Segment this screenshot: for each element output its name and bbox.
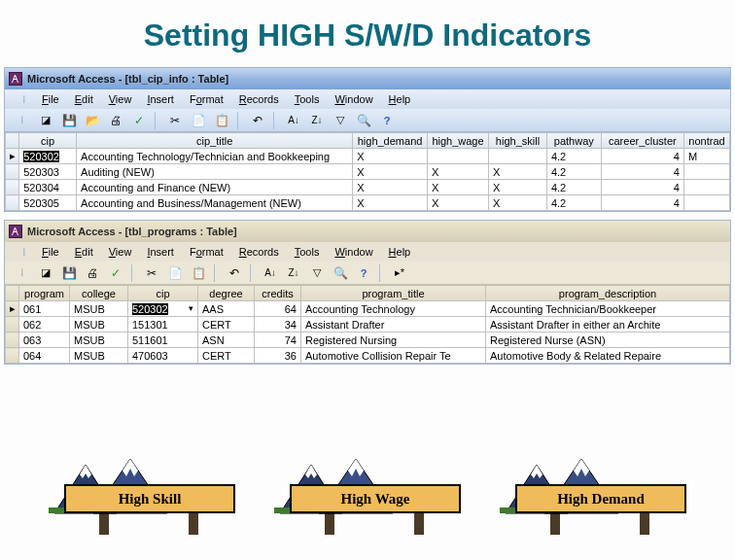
cell-credits[interactable]: 34 — [255, 317, 301, 332]
cell-nt[interactable] — [683, 164, 729, 180]
menu-view[interactable]: View — [101, 91, 140, 107]
table-row[interactable]: 520303 Auditing (NEW) X X X 4.2 4 — [6, 164, 730, 180]
cell-cip[interactable]: 520303 — [19, 164, 77, 180]
cell-hw[interactable] — [427, 149, 488, 164]
col-program[interactable]: program — [19, 286, 70, 301]
spell-button[interactable] — [106, 263, 125, 283]
menu-tools[interactable]: Tools — [287, 244, 328, 260]
print-button[interactable] — [83, 263, 102, 283]
cell-pathway[interactable]: 4.2 — [546, 195, 601, 211]
cell-desc[interactable]: Assistant Drafter in either an Archite — [486, 317, 730, 332]
cell-title[interactable]: Accounting Technology — [301, 301, 486, 317]
col-pathway[interactable]: pathway — [546, 133, 601, 149]
menu-records[interactable]: Records — [231, 91, 287, 107]
cell-hs[interactable]: X — [489, 164, 547, 180]
cell-hd[interactable]: X — [353, 149, 428, 164]
cell-title[interactable]: Assistant Drafter — [301, 317, 486, 332]
copy-button[interactable] — [189, 111, 208, 130]
sort-asc-button[interactable] — [261, 263, 280, 283]
menu-file[interactable]: File — [34, 91, 67, 107]
col-program-title[interactable]: program_title — [301, 286, 486, 301]
menu-view[interactable]: View — [101, 244, 140, 260]
menu-insert[interactable]: Insert — [139, 244, 182, 260]
cell-college[interactable]: MSUB — [70, 317, 128, 332]
cell-credits[interactable]: 64 — [255, 301, 301, 317]
cell-hd[interactable]: X — [353, 164, 428, 180]
cell-cip[interactable]: 520305 — [19, 195, 77, 211]
table-row[interactable]: 063 MSUB 511601 ASN 74 Registered Nursin… — [6, 332, 730, 348]
sort-desc-button[interactable] — [307, 111, 327, 130]
cell-degree[interactable]: CERT — [198, 348, 255, 364]
help-button[interactable] — [354, 263, 373, 283]
menu-tools[interactable]: Tools — [287, 91, 328, 107]
filter-button[interactable] — [307, 263, 327, 283]
menu-edit[interactable]: Edit — [67, 91, 101, 107]
col-high-skill[interactable]: high_skill — [489, 133, 547, 149]
sort-asc-button[interactable] — [284, 111, 303, 130]
cell-cip[interactable]: 470603 — [128, 348, 198, 364]
table-row[interactable]: 064 MSUB 470603 CERT 36 Automotive Colli… — [6, 348, 730, 364]
cell-degree[interactable]: CERT — [198, 317, 255, 332]
save-button[interactable] — [59, 263, 79, 283]
cell-cc[interactable]: 4 — [601, 164, 683, 180]
paste-button[interactable] — [189, 263, 208, 283]
cell-cip[interactable]: 520302 — [19, 149, 77, 164]
menu-records[interactable]: Records — [231, 244, 287, 260]
menu-help[interactable]: Help — [381, 244, 419, 260]
cell-college[interactable]: MSUB — [70, 301, 128, 317]
table-row[interactable]: 062 MSUB 151301 CERT 34 Assistant Drafte… — [6, 317, 730, 332]
cell-title[interactable]: Automotive Collision Repair Te — [301, 348, 486, 364]
filter-button[interactable] — [331, 111, 350, 130]
table-row[interactable]: ▸ 520302 Accounting Technology/Technicia… — [6, 149, 730, 164]
cell-cc[interactable]: 4 — [601, 195, 683, 211]
help-button[interactable] — [377, 111, 397, 130]
cell-title[interactable]: Accounting and Business/Management (NEW) — [77, 195, 353, 211]
cell-pathway[interactable]: 4.2 — [546, 149, 601, 164]
cell-desc[interactable]: Registered Nurse (ASN) — [486, 332, 730, 348]
cell-cip[interactable]: 520304 — [19, 180, 77, 195]
col-cip[interactable]: cip — [128, 286, 198, 301]
cell-cip[interactable]: 520302▾ — [128, 301, 198, 317]
cell-hs[interactable]: X — [489, 180, 547, 195]
row-marker[interactable] — [6, 332, 19, 348]
menu-window[interactable]: Window — [327, 91, 380, 107]
col-degree[interactable]: degree — [198, 286, 255, 301]
cell-pathway[interactable]: 4.2 — [546, 180, 601, 195]
row-marker[interactable] — [6, 195, 19, 211]
col-program-descr[interactable]: program_description — [486, 286, 730, 301]
cell-desc[interactable]: Accounting Technician/Bookkeeper — [486, 301, 730, 317]
cell-program[interactable]: 061 — [19, 301, 70, 317]
cell-hw[interactable]: X — [427, 195, 488, 211]
col-nontrad[interactable]: nontrad — [683, 133, 729, 149]
cell-cip[interactable]: 511601 — [128, 332, 198, 348]
cell-title[interactable]: Accounting and Finance (NEW) — [77, 180, 353, 195]
undo-button[interactable] — [248, 111, 267, 130]
menu-format[interactable]: Format — [182, 244, 231, 260]
grid-programs[interactable]: program college cip degree credits progr… — [5, 285, 730, 364]
cell-nt[interactable] — [683, 195, 729, 211]
cell-hs[interactable] — [489, 149, 547, 164]
cell-degree[interactable]: AAS — [198, 301, 255, 317]
table-row[interactable]: 520304 Accounting and Finance (NEW) X X … — [6, 180, 730, 195]
paste-button[interactable] — [212, 111, 231, 130]
row-marker[interactable] — [6, 317, 19, 332]
cell-program[interactable]: 064 — [19, 348, 70, 364]
cell-credits[interactable]: 74 — [255, 332, 301, 348]
menu-file[interactable]: File — [34, 244, 67, 260]
cell-cc[interactable]: 4 — [601, 149, 683, 164]
menu-insert[interactable]: Insert — [139, 91, 182, 107]
cell-hw[interactable]: X — [427, 180, 488, 195]
row-marker[interactable] — [6, 348, 19, 364]
open-button[interactable] — [83, 111, 102, 130]
cell-title[interactable]: Registered Nursing — [301, 332, 486, 348]
print-button[interactable] — [106, 111, 125, 130]
spell-button[interactable] — [129, 111, 149, 130]
cell-college[interactable]: MSUB — [70, 332, 128, 348]
cell-pathway[interactable]: 4.2 — [546, 164, 601, 180]
menu-help[interactable]: Help — [381, 91, 419, 107]
cell-title[interactable]: Accounting Technology/Technician and Boo… — [77, 149, 353, 164]
sort-desc-button[interactable] — [284, 263, 303, 283]
view-button[interactable]: ◪ — [36, 263, 55, 283]
cut-button[interactable] — [165, 111, 185, 130]
row-marker[interactable]: ▸ — [6, 301, 19, 317]
